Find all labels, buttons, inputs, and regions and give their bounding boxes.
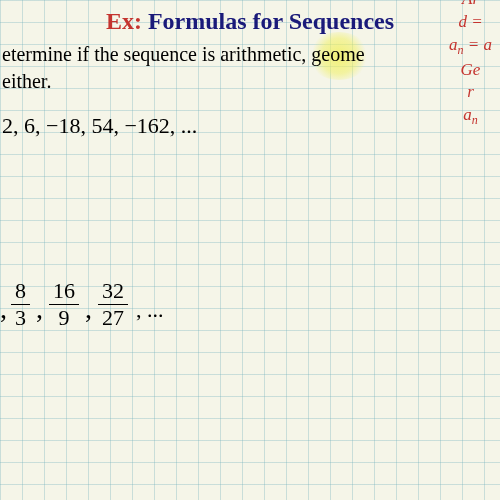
formula-an-geom: an (449, 104, 492, 129)
fraction-2: 16 9 (49, 280, 79, 329)
leading-comma: , (0, 293, 7, 329)
formula-an-arith: an = a (449, 34, 492, 59)
slide-content: Ex:Formulas for Sequences etermine if th… (0, 0, 500, 139)
ellipsis: , ... (136, 297, 164, 329)
sequence-two: , 8 3 , 16 9 , 32 27 , ... (0, 280, 164, 329)
question-prompt: etermine if the sequence is arithmetic, … (0, 41, 500, 95)
prompt-line-1: etermine if the sequence is arithmetic, … (2, 41, 500, 68)
example-label: Ex: (106, 8, 142, 34)
formula-r: r (449, 81, 492, 104)
comma: , (85, 293, 92, 329)
prompt-line-2: either. (2, 68, 500, 95)
page-title: Ex:Formulas for Sequences (0, 8, 500, 35)
title-text: Formulas for Sequences (148, 8, 394, 34)
formula-arith-label: Ar (449, 0, 492, 11)
formula-d: d = (449, 11, 492, 34)
comma: , (36, 293, 43, 329)
fraction-3: 32 27 (98, 280, 128, 329)
formula-geom-label: Ge (449, 59, 492, 82)
formula-sidebar: Ar d = an = a Ge r an (449, 0, 492, 129)
fraction-1: 8 3 (11, 280, 30, 329)
sequence-one: 2, 6, −18, 54, −162, ... (0, 113, 500, 139)
